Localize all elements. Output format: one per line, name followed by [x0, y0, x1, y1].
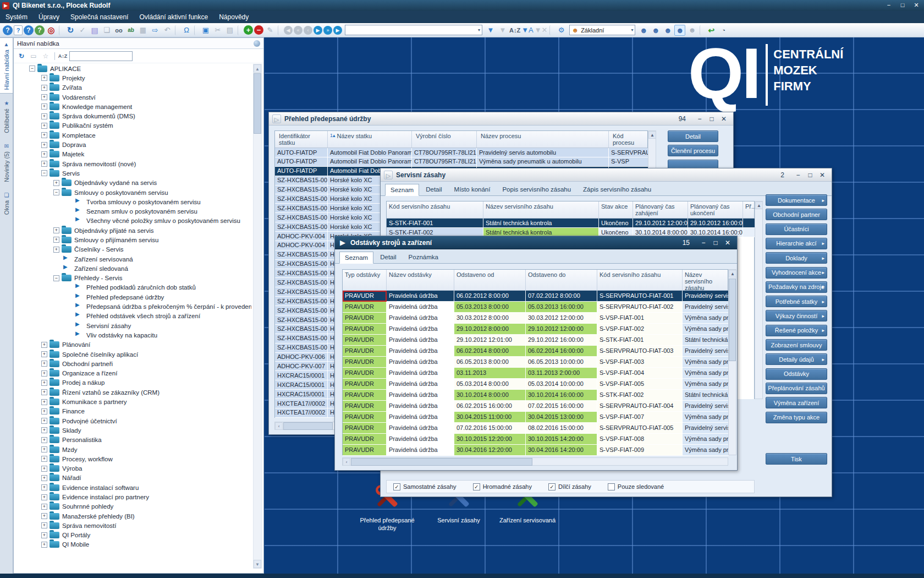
context-help-icon[interactable]: ?: [14, 25, 23, 35]
maximize-button[interactable]: □: [706, 115, 718, 123]
column-header[interactable]: Typ odstávky: [343, 270, 387, 290]
filter-icon[interactable]: ▼: [485, 25, 496, 36]
tree-item[interactable]: APLIKACE: [14, 64, 251, 73]
tree-expander-icon[interactable]: [41, 466, 47, 472]
tree-item[interactable]: Přehled podkladů záručních dob statků: [14, 283, 251, 292]
tree-item[interactable]: Zařízení sledovaná: [14, 264, 251, 273]
scroll-up-icon[interactable]: ▲: [755, 201, 763, 209]
menu-item[interactable]: Úpravy: [33, 12, 65, 23]
column-header[interactable]: Název servisního zásahu: [483, 201, 599, 218]
tree-expander-icon[interactable]: [53, 189, 59, 195]
pozadavky-na-zdroje-button[interactable]: Požadavky na zdroje ▸: [766, 281, 827, 293]
checkbox[interactable]: [548, 483, 556, 490]
tree-expander-icon[interactable]: [41, 418, 47, 424]
column-header[interactable]: Odstaveno od: [454, 270, 526, 290]
scrollbar-thumb[interactable]: [254, 73, 261, 134]
vykazy-cinnosti-button[interactable]: Výkazy činností ▸: [766, 310, 827, 321]
table-row[interactable]: PRAVUDR Pravidelná údržba 29.10.2012 8:0…: [343, 324, 728, 335]
close-button[interactable]: ✕: [718, 115, 730, 123]
sort-az-icon[interactable]: A↕Z: [509, 25, 520, 36]
tab-hlavni-nabidka[interactable]: ▲ Hlavní nabídka: [0, 37, 13, 94]
checkbox[interactable]: [473, 483, 480, 490]
tab[interactable]: Místo konání: [449, 183, 496, 195]
toolbar-separator[interactable]: [59, 25, 63, 35]
tree-item[interactable]: Předepsaná údržba s překročeným % čerpán…: [14, 302, 251, 311]
vertical-scrollbar[interactable]: ▲: [755, 201, 763, 399]
tree-item[interactable]: Podvojné účetnictví: [14, 416, 251, 426]
close-button[interactable]: ✕: [722, 239, 734, 247]
resene-polozky-button[interactable]: Řešené položky ▸: [766, 325, 827, 336]
column-header[interactable]: Název procesu: [477, 131, 609, 148]
table-row[interactable]: PRAVUDR Pravidelná údržba 29.10.2012 12:…: [343, 335, 728, 346]
tree-item[interactable]: Číselníky - Servis: [14, 245, 251, 254]
scroll-left-icon[interactable]: ‹: [343, 458, 350, 466]
tree-item[interactable]: Výroba: [14, 464, 251, 473]
tree-item[interactable]: Správa dokumentů (DMS): [14, 111, 251, 121]
tree-expander-icon[interactable]: [41, 161, 47, 167]
maximize-button[interactable]: □: [804, 171, 816, 179]
checkbox-hromadne-zasahy[interactable]: Hromadné zásahy: [473, 483, 532, 490]
minimize-button[interactable]: −: [694, 115, 706, 123]
scrollbar-thumb[interactable]: [283, 422, 333, 430]
app-titlebar[interactable]: ▶ QI Bikenet s.r.o., Plocek Rudolf − □ ✕: [0, 0, 924, 11]
user-edit-icon[interactable]: ☻: [650, 25, 661, 36]
tree-expander-icon[interactable]: [41, 542, 47, 548]
tree-expander-icon[interactable]: [41, 75, 47, 81]
tree-expander-icon[interactable]: [41, 484, 47, 490]
zobrazeni-smlouvy-button[interactable]: Zobrazení smlouvy: [766, 339, 827, 351]
tree-item[interactable]: Společné číselníky aplikací: [14, 350, 251, 359]
confirm-icon[interactable]: ✓: [77, 25, 88, 36]
table-row[interactable]: S-STK-FIAT-001 Státní technická kontrola…: [387, 219, 754, 228]
tree-item[interactable]: Zařízení servisovaná: [14, 254, 251, 264]
paste-icon[interactable]: ▤: [224, 25, 235, 36]
toolbar-separator[interactable]: [238, 25, 241, 35]
tab-oblibene[interactable]: ★ Oblíbené: [0, 97, 13, 137]
dokumentace-button[interactable]: Dokumentace ▸: [766, 194, 827, 206]
next-record-icon[interactable]: ▶: [314, 26, 322, 35]
tree-item[interactable]: Vodárenství: [14, 92, 251, 102]
whats-this-help-icon[interactable]: ?: [24, 25, 34, 35]
profile-combobox[interactable]: ☻ Základní ▾: [569, 25, 635, 35]
tab[interactable]: Poznámka: [403, 251, 444, 263]
user-help-icon[interactable]: ?: [35, 25, 45, 35]
tree-item[interactable]: Komunikace s partnery: [14, 397, 251, 406]
tree-item[interactable]: Personalistika: [14, 435, 251, 445]
tree-item[interactable]: Objednávky vydané na servis: [14, 178, 251, 188]
tree-item[interactable]: Servis: [14, 168, 251, 178]
scroll-up-icon[interactable]: ▲: [254, 64, 261, 73]
scrollbar-thumb[interactable]: [351, 458, 532, 466]
delete-record-icon[interactable]: −: [254, 25, 263, 35]
close-button[interactable]: ✕: [816, 171, 828, 179]
zmena-typu-akce-button[interactable]: Změna typu akce: [766, 412, 827, 423]
tree-refresh-icon[interactable]: ↻: [16, 51, 27, 61]
tab[interactable]: Zápis servisního zásahu: [578, 183, 657, 195]
tree-item[interactable]: Všechny věcné položky smluv o poskytovan…: [14, 216, 251, 226]
vymena-zarizeni-button[interactable]: Výměna zařízení: [766, 397, 827, 408]
print-icon[interactable]: ▦: [138, 25, 148, 36]
prev-page-icon[interactable]: «: [294, 26, 302, 35]
column-header[interactable]: Kód servisního zásahu: [597, 270, 683, 290]
tree-item[interactable]: Přehled odstávek všech strojů a zařízení: [14, 312, 251, 321]
tree-expander-icon[interactable]: [53, 237, 59, 243]
tree-item[interactable]: Sklady: [14, 426, 251, 435]
tisk-button[interactable]: Tisk: [766, 453, 827, 465]
tree-expander-icon[interactable]: [41, 103, 47, 110]
scroll-up-icon[interactable]: ▲: [648, 131, 656, 139]
checkbox[interactable]: [393, 483, 400, 490]
tree-expander-icon[interactable]: [41, 399, 47, 405]
tree-expander-icon[interactable]: [41, 85, 47, 91]
tree-item[interactable]: Správa nemovitostí (nové): [14, 159, 251, 168]
scroll-left-icon[interactable]: ‹: [275, 422, 283, 430]
tree-item[interactable]: Souhrnné pohledy: [14, 502, 251, 511]
tab[interactable]: Seznam: [385, 184, 419, 196]
tree-expander-icon[interactable]: [41, 361, 47, 367]
tree-item[interactable]: Smlouvy o přijímaném servisu: [14, 235, 251, 244]
tree-expander-icon[interactable]: [41, 142, 47, 148]
toolbar-separator[interactable]: [278, 25, 282, 35]
notification-bell-icon[interactable]: Ω: [181, 25, 192, 36]
obchodni-partner-button[interactable]: Obchodní partner: [766, 209, 827, 220]
search-binoculars-icon[interactable]: oo: [113, 25, 124, 36]
tree-item[interactable]: Přehled předepsané údržby: [14, 292, 251, 302]
table-row[interactable]: PRAVUDR Pravidelná údržba 06.02.2015 16:…: [343, 401, 728, 412]
table-row[interactable]: PRAVUDR Pravidelná údržba 06.02.2014 8:0…: [343, 346, 728, 357]
